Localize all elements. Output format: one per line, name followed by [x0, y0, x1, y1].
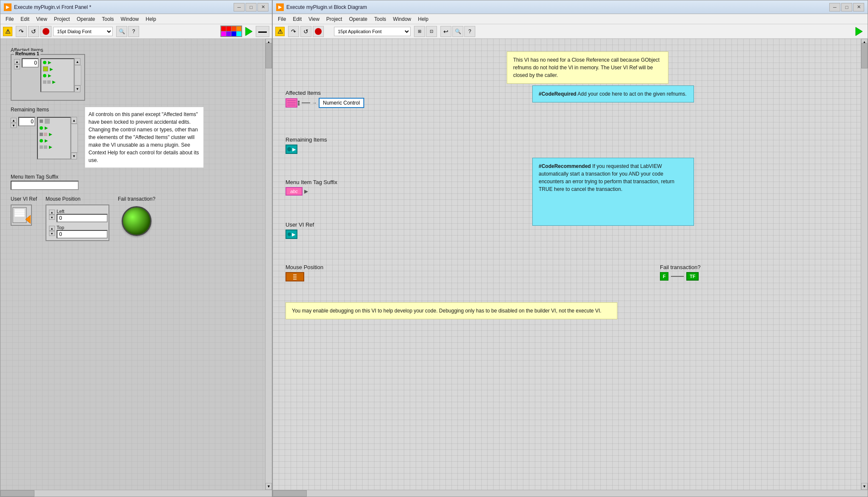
left-input[interactable]: 0 [57, 214, 108, 222]
toolbar-extra-left[interactable]: ▬▬ [256, 26, 269, 37]
mouse-position-label: Mouse Position [46, 196, 109, 202]
bd-fail-f-terminal: F [660, 272, 668, 281]
top-input[interactable]: 0 [57, 230, 108, 239]
left-field-row: ▲ ▼ Left 0 [49, 207, 106, 222]
refnums-scroll-list[interactable]: ▶ ▶ ▶ [40, 58, 74, 92]
bd-remaining-row: ▶ [286, 145, 327, 154]
bd-mouse-position: Mouse Position [286, 264, 323, 281]
redo-btn[interactable]: ↺ [28, 26, 39, 37]
menu-window-left[interactable]: Window [117, 14, 143, 24]
spin-down[interactable]: ▼ [14, 64, 20, 69]
redo-btn-right[interactable]: ↺ [300, 26, 311, 37]
menu-view-left[interactable]: View [33, 14, 51, 24]
menu-operate-right[interactable]: Operate [345, 14, 371, 24]
zoom-btn-right[interactable]: 🔍 [452, 26, 463, 37]
remaining-scroll-list[interactable]: ▶ ▶ [37, 117, 71, 159]
list-scroll-up[interactable]: ▲ [74, 58, 80, 65]
vscroll-down-left[interactable]: ▼ [266, 483, 272, 490]
menu-edit-right[interactable]: Edit [289, 14, 305, 24]
menu-help-right[interactable]: Help [414, 14, 432, 24]
stop-btn[interactable] [40, 26, 51, 37]
fp-main: Affected Items Refnums 1 ▲ ▼ 0 [5, 43, 268, 245]
run-button-right[interactable] [853, 26, 865, 37]
bd-affected-row: → Numeric Control [286, 98, 364, 108]
rem-icon-1 [40, 119, 43, 123]
hscroll-thumb-right[interactable] [273, 490, 307, 497]
close-btn-right[interactable]: ✕ [853, 3, 864, 11]
rem-item-1 [38, 118, 70, 125]
bd-affected-label: Affected Items [286, 90, 364, 96]
bd-cluster-terminal [286, 98, 297, 108]
menu-file-right[interactable]: File [274, 14, 289, 24]
top-spin-down[interactable]: ▼ [49, 231, 55, 236]
rem-sq-3b [44, 133, 47, 136]
labview-icon-right: ▶ [276, 3, 284, 11]
remaining-control: ▲ ▼ 0 [11, 117, 78, 159]
list-arrow-2: ▶ [50, 67, 53, 71]
font-selector-left[interactable]: 15pt Dialog Font [53, 27, 113, 36]
panel-grid: Affected Items Refnums 1 ▲ ▼ 0 [0, 39, 272, 490]
maximize-btn-right[interactable]: □ [841, 3, 852, 11]
bd-note1: This VI has no need for a Close Referenc… [507, 51, 668, 84]
menu-help-left[interactable]: Help [142, 14, 160, 24]
bd-remaining-arrow: ▶ [292, 147, 296, 152]
prev-btn-right[interactable]: ↩ [440, 26, 451, 37]
maximize-btn-left[interactable]: □ [246, 3, 257, 11]
menu-tag-input[interactable] [11, 181, 79, 190]
font-selector-right[interactable]: 15pt Application Font [334, 27, 411, 36]
undo-btn-right[interactable]: ↷ [288, 26, 299, 37]
list-sq-4a [43, 80, 46, 84]
grid-btn-right[interactable]: ⊞ [414, 26, 425, 37]
minimize-btn-left[interactable]: ─ [234, 3, 245, 11]
menu-tools-left[interactable]: Tools [99, 14, 117, 24]
vscroll-left[interactable]: ▲ ▼ [265, 39, 272, 490]
rem-scroll-up[interactable]: ▲ [71, 117, 77, 124]
left-spin-down[interactable]: ▼ [49, 215, 55, 220]
code-recommended-bold: #CodeRecommended [539, 163, 591, 169]
menu-project-right[interactable]: Project [323, 14, 345, 24]
toolbar-right-nav: ↩ 🔍 ? [440, 26, 475, 37]
hscroll-thumb-left[interactable] [0, 490, 34, 497]
fail-transaction-label: Fail transaction? [118, 196, 155, 202]
spin-remaining-down[interactable]: ▼ [11, 123, 17, 128]
hscroll-right[interactable] [273, 490, 868, 497]
minimize-btn-right[interactable]: ─ [829, 3, 840, 11]
spin-up[interactable]: ▲ [14, 59, 20, 64]
remaining-value[interactable]: 0 [18, 117, 35, 126]
close-btn-left[interactable]: ✕ [257, 3, 268, 11]
fail-transaction-led[interactable] [122, 206, 151, 236]
help-btn-right[interactable]: ? [464, 26, 475, 37]
vscroll-right[interactable]: ▲ ▼ [861, 39, 868, 490]
menu-edit-left[interactable]: Edit [17, 14, 33, 24]
rem-scroll-down[interactable]: ▼ [71, 153, 77, 159]
rem-item-2: ▶ [38, 125, 70, 131]
left-spin-up[interactable]: ▲ [49, 210, 55, 215]
menu-window-right[interactable]: Window [390, 14, 415, 24]
list-scroll-down[interactable]: ▼ [74, 85, 80, 92]
rem-sq-1 [45, 119, 50, 124]
menu-file-left[interactable]: File [2, 14, 17, 24]
hscroll-left[interactable] [0, 490, 272, 497]
menu-operate-left[interactable]: Operate [73, 14, 98, 24]
rem-item-4: ▶ [38, 137, 70, 144]
menu-project-left[interactable]: Project [51, 14, 73, 24]
help-btn-left[interactable]: ? [128, 26, 139, 37]
mouse-pos-box: ▲ ▼ Left 0 ▲ [46, 204, 109, 241]
bd-numeric-label: Numeric Control [323, 100, 360, 106]
vscroll-down-right[interactable]: ▼ [861, 483, 868, 490]
menu-tools-right[interactable]: Tools [371, 14, 390, 24]
vscroll-thumb-right[interactable] [861, 43, 868, 68]
run-button-left[interactable] [243, 26, 255, 37]
rem-dot-2 [40, 126, 43, 130]
font-area-right: 15pt Application Font [334, 27, 411, 36]
stop-btn-right[interactable] [313, 26, 324, 37]
vscroll-thumb-left[interactable] [266, 43, 272, 68]
magnify-btn-left[interactable]: 🔍 [116, 26, 127, 37]
undo-btn[interactable]: ↷ [16, 26, 27, 37]
spin-remaining-up[interactable]: ▲ [11, 118, 17, 123]
front-panel-content: Affected Items Refnums 1 ▲ ▼ 0 [0, 39, 272, 490]
menu-view-right[interactable]: View [305, 14, 323, 24]
grid2-btn-right[interactable]: ⊡ [426, 26, 437, 37]
top-spin-up[interactable]: ▲ [49, 226, 55, 231]
refnums-value[interactable]: 0 [22, 58, 39, 68]
